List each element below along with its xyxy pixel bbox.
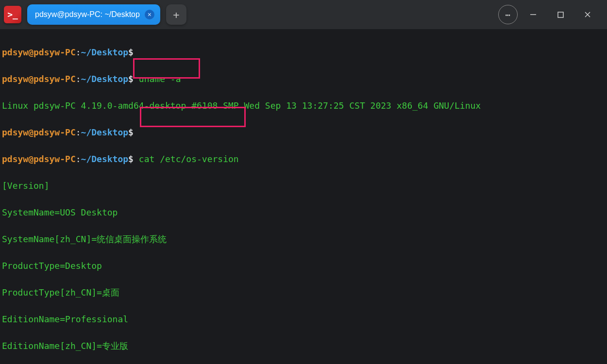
prompt-dollar: $ [128, 127, 134, 137]
prompt-sep: : [76, 154, 81, 164]
prompt-sep: : [76, 127, 81, 137]
output-line: EditionName[zh_CN]=专业版 [2, 339, 605, 353]
prompt-tilde: ~ [81, 74, 86, 84]
command-text: cat /etc/os-version [134, 154, 239, 164]
output-line: SystemName[zh_CN]=统信桌面操作系统 [2, 232, 605, 246]
prompt-path: /Desktop [86, 74, 128, 84]
output-line: ProductType[zh_CN]=桌面 [2, 286, 605, 299]
output-line: ProductType=Desktop [2, 259, 605, 273]
prompt-user-host: pdsyw@pdsyw-PC [2, 154, 76, 164]
prompt-dollar: $ [128, 47, 134, 57]
titlebar: >_ pdsyw@pdsyw-PC: ~/Desktop × + ⋯ [0, 0, 607, 29]
prompt-tilde: ~ [81, 154, 86, 164]
tab-close-icon[interactable]: × [145, 10, 154, 19]
prompt-user-host: pdsyw@pdsyw-PC [2, 74, 76, 84]
prompt-user-host: pdsyw@pdsyw-PC [2, 47, 76, 57]
kebab-menu-icon[interactable]: ⋯ [498, 5, 518, 24]
prompt-dollar: $ [128, 154, 134, 164]
minimize-button[interactable] [522, 5, 545, 24]
output-line: EditionName=Professional [2, 313, 605, 326]
terminal-app-icon[interactable]: >_ [4, 6, 21, 23]
tab-title: pdsyw@pdsyw-PC: ~/Desktop [35, 10, 140, 19]
new-tab-button[interactable]: + [166, 4, 186, 25]
output-line: SystemName=UOS Desktop [2, 206, 605, 219]
output-line: [Version] [2, 179, 605, 193]
prompt-path: /Desktop [86, 47, 128, 57]
prompt-sep: : [76, 74, 81, 84]
prompt-sep: : [76, 47, 81, 57]
prompt-tilde: ~ [81, 127, 86, 137]
window-controls: ⋯ [498, 5, 599, 24]
maximize-button[interactable] [549, 5, 572, 24]
prompt-line: pdsyw@pdsyw-PC:~/Desktop$ uname -a [2, 72, 605, 86]
prompt-line: pdsyw@pdsyw-PC:~/Desktop$ [2, 46, 605, 59]
prompt-user-host: pdsyw@pdsyw-PC [2, 127, 76, 137]
prompt-path: /Desktop [86, 127, 128, 137]
prompt-line: pdsyw@pdsyw-PC:~/Desktop$ cat /etc/os-ve… [2, 152, 605, 166]
terminal-tab-active[interactable]: pdsyw@pdsyw-PC: ~/Desktop × [27, 4, 160, 25]
prompt-dollar: $ [128, 74, 134, 84]
prompt-path: /Desktop [86, 154, 128, 164]
command-text: uname -a [134, 74, 181, 84]
terminal-app-icon-glyph: >_ [7, 9, 18, 19]
svg-rect-1 [558, 12, 563, 17]
terminal-viewport[interactable]: pdsyw@pdsyw-PC:~/Desktop$ pdsyw@pdsyw-PC… [0, 29, 607, 364]
prompt-tilde: ~ [81, 47, 86, 57]
close-button[interactable] [576, 5, 599, 24]
prompt-line: pdsyw@pdsyw-PC:~/Desktop$ [2, 126, 605, 139]
output-line: Linux pdsyw-PC 4.19.0-amd64-desktop #610… [2, 99, 605, 113]
